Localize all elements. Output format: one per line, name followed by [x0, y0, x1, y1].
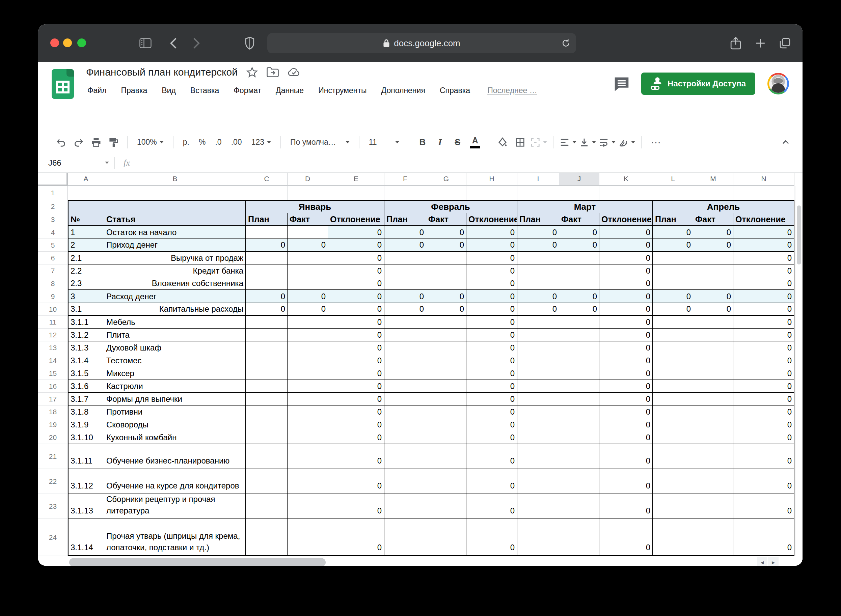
cell[interactable] — [385, 329, 426, 342]
cell[interactable]: Обучение бизнес-планированию — [104, 444, 246, 469]
cell[interactable]: Плита — [104, 329, 246, 342]
merge-cells-icon[interactable] — [530, 135, 547, 150]
cell[interactable]: 0 — [653, 290, 693, 303]
column-header[interactable]: I — [517, 173, 559, 186]
cell[interactable]: 0 — [246, 239, 288, 252]
cell[interactable] — [653, 329, 693, 342]
cell[interactable] — [385, 186, 426, 200]
cell[interactable] — [693, 354, 733, 367]
cell[interactable] — [693, 316, 733, 329]
increase-decimals-button[interactable]: .00 — [228, 135, 245, 150]
more-toolbar-button[interactable]: ⋯ — [647, 135, 665, 150]
cell[interactable] — [693, 252, 733, 264]
cell[interactable] — [426, 329, 467, 342]
more-formats-button[interactable]: 123 — [248, 135, 274, 150]
month-header-cell[interactable]: Февраль — [385, 200, 517, 213]
cell[interactable]: 0 — [599, 393, 653, 405]
cell[interactable] — [246, 226, 288, 239]
cell[interactable] — [288, 444, 328, 469]
text-rotate-icon[interactable] — [618, 135, 635, 150]
cell[interactable]: 3.1.6 — [68, 380, 104, 393]
cell[interactable] — [328, 186, 385, 200]
cell[interactable]: 0 — [599, 226, 653, 239]
cell[interactable] — [559, 264, 599, 277]
italic-button[interactable]: I — [433, 135, 448, 150]
cell[interactable]: 0 — [599, 354, 653, 367]
cell[interactable] — [426, 264, 467, 277]
cell[interactable]: 0 — [467, 277, 517, 290]
cell[interactable] — [653, 316, 693, 329]
cell[interactable] — [733, 186, 794, 200]
collapse-toolbar-icon[interactable] — [778, 135, 793, 150]
cell[interactable]: 3.1.3 — [68, 342, 104, 354]
cell[interactable]: 3.1.5 — [68, 367, 104, 380]
close-window-button[interactable] — [50, 38, 59, 47]
month-header-cell[interactable]: Март — [517, 200, 653, 213]
cell[interactable]: 0 — [599, 431, 653, 444]
cell[interactable] — [426, 469, 467, 494]
cell[interactable]: 3.1.2 — [68, 329, 104, 342]
cell[interactable] — [246, 316, 288, 329]
vertical-align-icon[interactable] — [579, 135, 596, 150]
cell[interactable]: 0 — [733, 418, 794, 431]
cell[interactable] — [426, 367, 467, 380]
header-cell[interactable]: Факт — [426, 213, 467, 226]
cell[interactable]: 0 — [328, 329, 385, 342]
share-page-icon[interactable] — [730, 37, 741, 50]
last-edit-link[interactable]: Последнее … — [487, 86, 537, 95]
cell[interactable]: 0 — [559, 290, 599, 303]
column-header[interactable]: C — [246, 173, 288, 186]
column-header[interactable]: B — [104, 173, 246, 186]
forward-button[interactable] — [193, 37, 200, 49]
cell[interactable]: 3 — [68, 290, 104, 303]
cell[interactable] — [246, 252, 288, 264]
tab-overview-icon[interactable] — [779, 37, 791, 49]
cell[interactable]: 0 — [733, 264, 794, 277]
cell[interactable] — [693, 264, 733, 277]
cell[interactable]: 0 — [517, 303, 559, 316]
column-header[interactable]: J — [559, 173, 599, 186]
cell[interactable] — [426, 186, 467, 200]
column-header[interactable]: K — [599, 173, 653, 186]
cell[interactable] — [426, 431, 467, 444]
scroll-right-arrow[interactable]: ▸ — [768, 557, 779, 566]
cell[interactable]: 0 — [328, 494, 385, 519]
format-percent-button[interactable]: % — [195, 135, 209, 150]
cell[interactable] — [559, 431, 599, 444]
cell[interactable]: 0 — [733, 444, 794, 469]
cell[interactable]: 0 — [328, 469, 385, 494]
cell[interactable]: 0 — [599, 342, 653, 354]
header-cell[interactable]: Отклонение — [467, 213, 517, 226]
cell[interactable]: 0 — [426, 226, 467, 239]
cell[interactable] — [246, 277, 288, 290]
cell[interactable] — [517, 405, 559, 418]
cell[interactable] — [559, 380, 599, 393]
address-bar[interactable]: docs.google.com — [267, 33, 576, 53]
back-button[interactable] — [170, 37, 177, 49]
cell[interactable]: 0 — [328, 316, 385, 329]
cell[interactable] — [385, 342, 426, 354]
cell[interactable] — [288, 418, 328, 431]
cell[interactable]: Обучение на курсе для кондитеров — [104, 469, 246, 494]
row-header[interactable]: 3 — [38, 213, 68, 226]
cell[interactable]: 0 — [426, 303, 467, 316]
cell[interactable]: 2.2 — [68, 264, 104, 277]
cell[interactable]: 0 — [467, 239, 517, 252]
cell[interactable]: 0 — [467, 367, 517, 380]
cell[interactable]: 0 — [385, 226, 426, 239]
menu-addons[interactable]: Дополнения — [382, 86, 425, 95]
cell[interactable]: 0 — [733, 342, 794, 354]
cell[interactable]: 0 — [517, 239, 559, 252]
header-cell[interactable]: Статья — [104, 213, 246, 226]
cell[interactable]: 0 — [693, 303, 733, 316]
cell[interactable] — [517, 186, 559, 200]
cell[interactable] — [517, 469, 559, 494]
cell[interactable]: 0 — [385, 239, 426, 252]
header-cell[interactable]: Отклонение — [599, 213, 653, 226]
cell[interactable]: 0 — [467, 431, 517, 444]
cell[interactable] — [517, 444, 559, 469]
cell[interactable] — [653, 380, 693, 393]
cell[interactable] — [653, 405, 693, 418]
cell[interactable]: 0 — [517, 226, 559, 239]
cell[interactable]: 0 — [328, 226, 385, 239]
